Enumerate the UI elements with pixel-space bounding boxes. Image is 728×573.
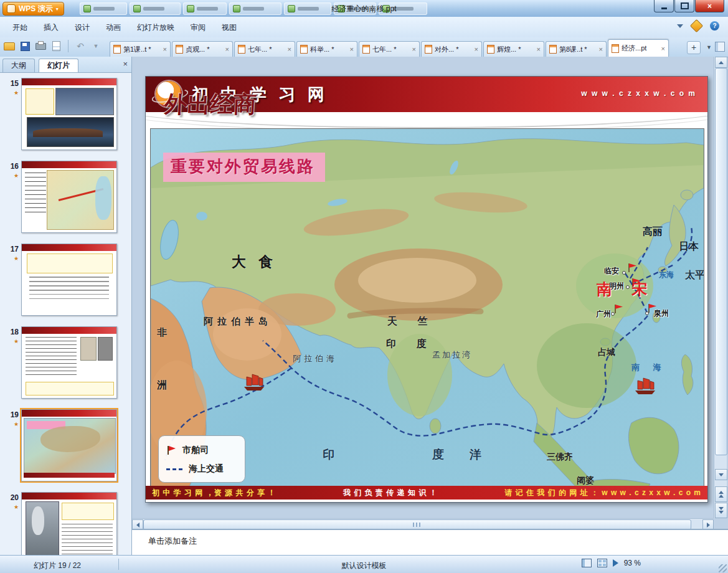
menu-item[interactable]: 审阅 [183,20,213,36]
titlebar-doc-chip[interactable] [183,2,227,15]
legend-route-label: 海上交通 [189,463,224,475]
menu-item[interactable]: 开始 [5,20,35,36]
titlebar-doc-chip[interactable] [130,2,181,15]
thumb-banner [22,244,116,251]
scroll-up-button[interactable] [715,57,727,68]
vertical-scroll-thumb[interactable] [715,68,727,455]
document-tab[interactable]: 七年... * × [359,41,420,57]
titlebar-doc-chip[interactable] [334,2,376,15]
slide-sorter-button[interactable] [597,559,607,567]
minimize-icon [661,7,667,9]
menu-item[interactable]: 视图 [214,20,244,36]
document-tab-label: 七年... * [372,45,410,54]
slideshow-button[interactable] [613,559,618,567]
slide-thumbnail-row[interactable]: 18 ★ [0,326,131,404]
titlebar: WPS 演示 ▾ 经济重心的南移.ppt × [0,0,728,17]
titlebar-doc-chip[interactable] [80,2,127,15]
menu-item[interactable]: 动画 [98,20,128,36]
task-pane-icon[interactable] [715,42,725,52]
map-label: 日本 [679,241,691,252]
slide-number-column: 18 ★ [0,326,21,404]
titlebar-doc-chip[interactable] [229,2,281,15]
document-tab[interactable]: 辉煌... * × [483,41,544,57]
slide-canvas[interactable]: 初 中 学 习 网 w w w . c z x x w . c o m 外出经商 [145,76,708,503]
tab-outline[interactable]: 大纲 [2,59,35,72]
close-button[interactable]: × [695,0,724,12]
tab-close-icon[interactable]: × [350,45,354,53]
menu-item[interactable]: 幻灯片放映 [130,20,182,36]
open-button[interactable] [4,40,15,52]
map-label: 占城 [598,347,610,357]
minimize-button[interactable] [654,0,674,12]
tab-close-icon[interactable]: × [475,45,478,53]
map-label: 阿拉伯海 [293,354,338,364]
tab-close-icon[interactable]: × [599,45,603,53]
tab-close-icon[interactable]: × [412,45,416,53]
slide-thumbnail-row[interactable]: 16 ★ [0,161,131,239]
slide-thumbnail[interactable] [21,409,117,481]
undo-button[interactable]: ↶ [75,40,86,52]
tab-close-icon[interactable]: × [661,45,665,52]
tab-close-icon[interactable]: × [163,45,167,53]
slide-number: 19 [0,410,19,419]
chevron-down-icon[interactable] [677,24,683,28]
save-button[interactable] [19,40,31,52]
new-tab-button[interactable]: + [687,41,701,54]
menu-item[interactable]: 设计 [67,20,97,36]
next-slide-button[interactable] [715,503,727,518]
zoom-level[interactable]: 93 % [624,559,641,567]
help-icon[interactable]: ? [710,21,719,31]
transition-star-icon: ★ [0,338,19,344]
tab-slides[interactable]: 幻灯片 [39,59,78,72]
document-tab[interactable]: 贞观... * × [172,41,233,57]
maximize-button[interactable] [674,0,694,12]
undo-dropdown[interactable]: ▼ [90,40,102,52]
document-icon [549,45,557,54]
document-icon [487,45,494,54]
notes-placeholder[interactable]: 单击添加备注 [148,536,728,547]
slide-thumbnail[interactable] [21,326,117,399]
titlebar-doc-chip[interactable] [379,2,427,15]
document-tab[interactable]: 经济...pt × [608,39,669,57]
preview-icon [52,41,60,51]
document-tab[interactable]: 科举... * × [296,41,357,57]
document-icon [300,45,308,54]
slide-thumbnail-row[interactable]: 17 ★ [0,244,131,321]
menu-item[interactable]: 插入 [36,20,66,36]
tab-close-icon[interactable]: × [225,45,229,53]
document-tab[interactable]: 七年... * × [234,41,295,57]
horizontal-scrollbar[interactable] [132,518,714,529]
upgrade-star-icon[interactable] [690,19,703,32]
map-label: 高丽 [643,226,655,237]
resize-grip-icon[interactable] [719,564,727,572]
footer-text-left: 初 中 学 习 网 ，资 源 共 分 享 ！ [152,488,276,498]
print-preview-button[interactable] [50,40,62,52]
map-caption[interactable]: 重要对外贸易线路 [163,153,325,182]
slide-thumbnail-row[interactable]: 20 ★ [0,492,131,555]
normal-view-button[interactable] [582,559,592,567]
document-tab[interactable]: 第8课..t * × [546,41,607,57]
print-button[interactable] [35,40,46,52]
slide-thumbnail[interactable] [21,78,117,150]
tab-close-icon[interactable]: × [537,45,541,53]
previous-slide-button[interactable] [715,486,727,502]
slide-thumbnail-row[interactable]: 19 ★ [0,409,131,487]
wps-app-button[interactable]: WPS 演示 ▾ [2,2,64,16]
slide-number: 18 [0,328,19,336]
map-label: 印 度 [386,338,435,349]
document-tab[interactable]: 对外... * × [421,41,482,57]
document-tab[interactable]: 第1课..t * × [110,41,171,57]
chevron-down-icon: ▾ [56,6,59,12]
tab-close-icon[interactable]: × [288,45,291,53]
slide-thumbnail[interactable] [21,161,117,233]
notes-pane[interactable]: 单击添加备注 [132,529,728,556]
tab-list-dropdown-icon[interactable]: ▼ [706,44,712,50]
scroll-down-button[interactable] [715,469,727,480]
vertical-scrollbar[interactable] [714,57,727,518]
slide-thumbnail-row[interactable]: 15 ★ [0,78,131,156]
panel-close-icon[interactable]: × [123,59,128,69]
titlebar-doc-chip[interactable] [284,2,331,15]
slide-number: 16 [0,162,19,171]
slide-thumbnail[interactable] [21,244,117,316]
slide-thumbnail[interactable] [21,492,117,555]
